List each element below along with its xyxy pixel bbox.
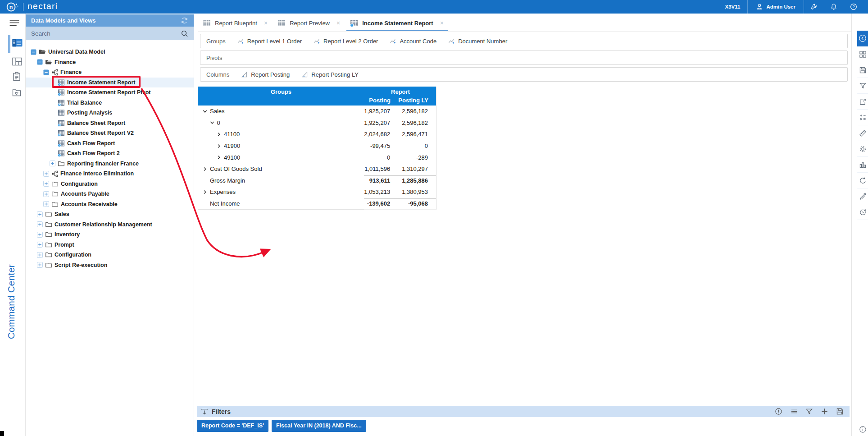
rail-chart-button[interactable]	[857, 157, 868, 173]
tree-node-income-statement-report-pivot[interactable]: Income Statement Report Pivot	[26, 87, 194, 98]
rail-refresh-button[interactable]	[857, 173, 868, 188]
rail-dashboard-button[interactable]	[857, 46, 868, 62]
report-row-41100[interactable]: 411002,024,6822,596,471	[198, 129, 436, 140]
info-icon[interactable]	[857, 426, 868, 433]
tree-node-configuration[interactable]: Configuration	[26, 179, 194, 189]
filter-chip[interactable]: Fiscal Year IN (2018) AND Fisc...	[272, 420, 366, 432]
report-row-49100[interactable]: 491000-289	[198, 151, 436, 163]
group-field-report-level-1-order[interactable]: Report Level 1 Order	[237, 38, 302, 45]
tab-report-blueprint[interactable]: Report Blueprint×	[198, 15, 273, 31]
add-filter-icon[interactable]	[821, 408, 828, 415]
tree-node-reporting-financier-france[interactable]: Reporting financier France	[26, 159, 194, 169]
favorites-folder-icon[interactable]	[12, 88, 21, 97]
tab-close-icon[interactable]: ×	[440, 20, 444, 26]
rail-history-button[interactable]	[857, 204, 868, 220]
group-field-account-code[interactable]: Account Code	[390, 38, 436, 45]
report-row-0[interactable]: 01,925,2072,596,182	[198, 117, 436, 129]
folder-icon	[45, 241, 52, 248]
folder-icon	[58, 160, 65, 167]
tree-node-finance[interactable]: Finance	[26, 67, 194, 78]
expander-plus-icon	[43, 201, 49, 207]
report-row-net-income[interactable]: Net Income-139,602-95,068	[198, 198, 436, 210]
tree-node-inventory[interactable]: Inventory	[26, 229, 194, 240]
tree-node-accounts-receivable[interactable]: Accounts Receivable	[26, 199, 194, 210]
header-groups: Groups	[198, 87, 364, 96]
rail-settings-button[interactable]	[857, 141, 868, 157]
notifications-button[interactable]	[824, 3, 844, 10]
tree-node-cash-flow-report[interactable]: Cash Flow Report	[26, 138, 194, 149]
layouts-icon[interactable]	[12, 57, 22, 66]
tree-node-sales[interactable]: Sales	[26, 209, 194, 220]
filter-chip[interactable]: Report Code = 'DEF_IS'	[197, 420, 268, 432]
order-icon	[237, 38, 244, 45]
brand-divider	[23, 3, 23, 11]
tree-node-cash-flow-report-2[interactable]: Cash Flow Report 2	[26, 148, 194, 159]
filter-funnel-icon[interactable]	[805, 408, 813, 415]
tree-node-finance[interactable]: Finance	[26, 57, 194, 68]
panel-title: Data Models and Views	[31, 17, 96, 24]
tab-close-icon[interactable]: ×	[336, 20, 340, 26]
rail-style-picker-button[interactable]	[857, 188, 868, 204]
rail-filter-button[interactable]	[857, 78, 868, 94]
report-row-41900[interactable]: 41900-99,4750	[198, 140, 436, 152]
top-bar: n nectari X3V11 Admin User	[0, 0, 868, 14]
tree-node-configuration[interactable]: Configuration	[26, 250, 194, 260]
tree-node-prompt[interactable]: Prompt	[26, 240, 194, 250]
report-row-cost-of-goods-sold[interactable]: Cost Of Goods Sold1,011,5961,310,297	[198, 163, 436, 175]
tab-report-preview[interactable]: Report Preview×	[273, 15, 345, 31]
filters-icon	[201, 408, 208, 415]
expander-minus-icon	[30, 49, 36, 55]
bars-icon	[859, 161, 867, 169]
tree-node-finance-interco-elimination[interactable]: Finance Interco Elimination	[26, 169, 194, 179]
view-filter-icon	[58, 129, 65, 137]
tree-node-customer-relationship-management[interactable]: Customer Relationship Management	[26, 220, 194, 230]
rail-calculated-fields-button[interactable]	[857, 110, 868, 125]
filter-list-icon[interactable]	[790, 408, 798, 415]
refresh-icon[interactable]	[181, 17, 188, 24]
group-field-report-level-2-order[interactable]: Report Level 2 Order	[314, 38, 378, 45]
history-icon	[859, 208, 867, 216]
folder-icon	[45, 251, 52, 258]
tree: Universal Data ModelFinanceFinanceIncome…	[26, 40, 194, 270]
tree-node-script-re-execution[interactable]: Script Re-execution	[26, 260, 194, 271]
clipboard-icon[interactable]	[12, 72, 21, 81]
tab-close-icon[interactable]: ×	[264, 20, 268, 26]
rail-export-button[interactable]	[857, 94, 868, 110]
report-row-gross-margin[interactable]: Gross Margin913,6111,285,886	[198, 175, 436, 187]
tree-node-posting-analysis[interactable]: Posting Analysis	[26, 108, 194, 118]
report-row-expenses[interactable]: Expenses1,053,2131,380,953	[198, 186, 436, 198]
folder-open-icon	[39, 48, 46, 55]
hamburger-menu-icon[interactable]	[9, 19, 20, 27]
tree-node-balance-sheet-report[interactable]: Balance Sheet Report	[26, 118, 194, 129]
folder-icon	[51, 201, 59, 208]
share-icon	[859, 98, 867, 106]
chev-down-icon	[202, 109, 208, 114]
rail-collapse-panel-button[interactable]	[857, 31, 868, 46]
tree-node-trial-balance[interactable]: Trial Balance	[26, 98, 194, 108]
save-filter-icon[interactable]	[836, 408, 844, 415]
column-field-report-posting-ly[interactable]: Report Posting LY	[301, 71, 359, 78]
search-input[interactable]	[31, 30, 181, 37]
folder-icon	[45, 262, 52, 269]
column-field-report-posting[interactable]: Report Posting	[241, 71, 290, 78]
rail-save-button[interactable]	[857, 62, 868, 78]
order-icon	[448, 38, 455, 45]
tab-bar: Report Blueprint×Report Preview×Income S…	[198, 15, 851, 32]
tree-node-balance-sheet-report-v2[interactable]: Balance Sheet Report V2	[26, 128, 194, 138]
warning-circle-icon[interactable]	[775, 408, 782, 415]
datamodel-icon	[51, 69, 58, 76]
tab-income-statement-report[interactable]: Income Statement Report×	[345, 15, 449, 31]
panel-header: Data Models and Views	[26, 14, 194, 27]
help-button[interactable]: ?	[844, 3, 863, 10]
admin-tools-button[interactable]	[804, 3, 824, 10]
group-field-document-number[interactable]: Document Number	[448, 38, 507, 45]
tree-node-accounts-payable[interactable]: Accounts Payable	[26, 189, 194, 199]
user-menu[interactable]: Admin User	[748, 3, 804, 10]
tree-node-income-statement-report[interactable]: Income Statement Report	[26, 78, 194, 88]
tree-node-universal-data-model[interactable]: Universal Data Model	[26, 47, 194, 57]
report-row-sales[interactable]: Sales1,925,2072,596,182	[198, 106, 436, 117]
data-models-icon[interactable]	[12, 38, 23, 47]
chev-right-icon	[202, 166, 208, 172]
expander-plus-icon	[36, 242, 43, 248]
rail-measure-button[interactable]	[857, 125, 868, 141]
